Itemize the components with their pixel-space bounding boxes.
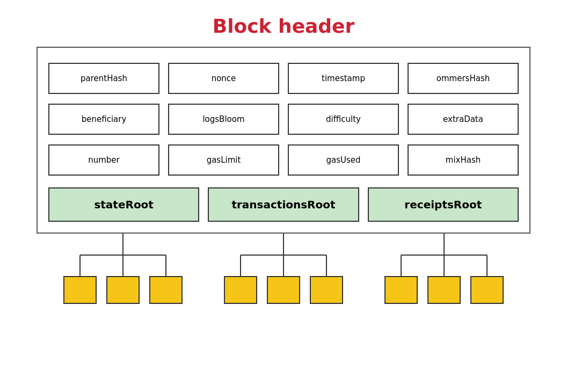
leaf-state-3 xyxy=(150,277,182,303)
leaf-tx-3 xyxy=(310,277,343,303)
field-mixHash: mixHash xyxy=(408,144,519,176)
leaf-receipt-2 xyxy=(428,277,460,303)
field-difficulty: difficulty xyxy=(288,104,399,135)
field-logsBloom: logsBloom xyxy=(168,104,279,135)
field-ommersHash: ommersHash xyxy=(408,63,519,94)
field-gasUsed: gasUsed xyxy=(288,144,399,176)
leaf-tx-2 xyxy=(267,277,300,303)
leaf-receipt-1 xyxy=(385,277,417,303)
field-number: number xyxy=(48,144,159,176)
field-extraData: extraData xyxy=(408,104,519,135)
leaf-tx-1 xyxy=(224,277,257,303)
fields-row-1: parentHash nonce timestamp ommersHash be… xyxy=(48,63,519,176)
leaf-receipt-3 xyxy=(471,277,503,303)
main-box: parentHash nonce timestamp ommersHash be… xyxy=(37,47,530,234)
root-transactionsRoot: transactionsRoot xyxy=(208,187,359,222)
field-parentHash: parentHash xyxy=(48,63,159,94)
roots-row: stateRoot transactionsRoot receiptsRoot xyxy=(48,187,519,222)
leaf-state-1 xyxy=(64,277,96,303)
root-receiptsRoot: receiptsRoot xyxy=(368,187,519,222)
page-title: Block header xyxy=(0,0,567,47)
root-stateRoot: stateRoot xyxy=(48,187,199,222)
field-nonce: nonce xyxy=(168,63,279,94)
leaf-state-2 xyxy=(107,277,139,303)
field-timestamp: timestamp xyxy=(288,63,399,94)
trees-section xyxy=(37,234,530,325)
field-gasLimit: gasLimit xyxy=(168,144,279,176)
field-beneficiary: beneficiary xyxy=(48,104,159,135)
